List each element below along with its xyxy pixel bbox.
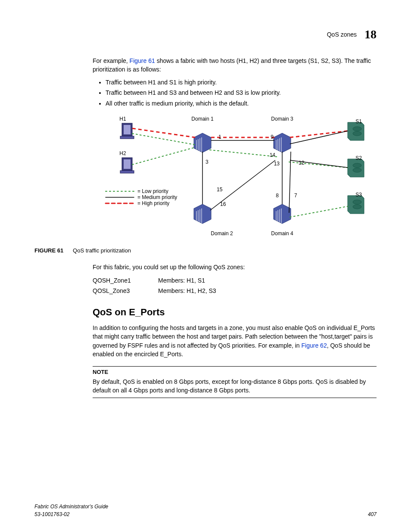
svg-text:= High priority: = High priority [137,200,169,206]
zone-name: QOSL_Zone3 [93,286,136,295]
svg-line-20 [132,128,195,137]
section-heading: QoS on E_Ports [93,305,377,319]
svg-text:H1: H1 [119,116,126,122]
svg-text:1: 1 [218,134,221,140]
page-number: 407 [368,511,377,518]
priority-list: Traffic between H1 and S1 is high priori… [106,78,377,108]
svg-text:9: 9 [271,134,274,140]
svg-text:S1: S1 [355,118,362,124]
svg-text:13: 13 [274,161,280,167]
divider-icon [93,366,377,367]
page-header: QoS zones 18 [34,26,377,44]
list-item: All other traffic is medium priority, wh… [106,99,377,108]
svg-line-23 [132,134,195,145]
svg-text:15: 15 [217,187,223,193]
figure-62-link[interactable]: Figure 62 [302,342,327,349]
svg-text:16: 16 [220,201,226,207]
zone-name: QOSH_Zone1 [93,276,136,285]
svg-line-32 [289,152,291,213]
svg-text:= Medium priority: = Medium priority [137,194,177,200]
svg-text:3: 3 [206,159,209,165]
footer-docnum: 53-1001763-02 [34,511,108,518]
section-title: QoS zones [327,30,357,39]
svg-text:= Low priority: = Low priority [137,188,168,194]
svg-text:Domain 4: Domain 4 [271,230,293,236]
table-row: QOSL_Zone3 Members: H1, H2, S3 [93,286,377,295]
eports-paragraph: In addition to configuring the hosts and… [93,324,377,358]
page-footer: Fabric OS Administrator's Guide 53-10017… [34,503,377,518]
figure-61-link[interactable]: Figure 61 [130,57,155,64]
qos-diagram: H1 H2 Domain 1 Domain 2 Domain 3 Domain … [93,114,368,239]
svg-text:Domain 3: Domain 3 [271,116,293,122]
note-label: NOTE [93,368,377,376]
list-item: Traffic between H1 and S1 is high priori… [106,78,377,87]
figure-title: QoS traffic prioritization [73,247,131,254]
svg-text:14: 14 [270,152,276,158]
divider-icon [93,398,377,398]
footer-title: Fabric OS Administrator's Guide [34,503,108,510]
svg-line-25 [210,150,278,157]
intro-prefix: For example, [93,57,130,64]
svg-line-24 [132,147,195,165]
note-text: By default, QoS is enabled on 8 Gbps por… [93,377,377,395]
svg-text:7: 7 [294,193,297,199]
svg-text:8: 8 [276,193,279,199]
svg-text:Domain 1: Domain 1 [191,116,214,122]
main-content: For example, Figure 61 shows a fabric wi… [93,56,377,241]
svg-text:12: 12 [299,160,305,166]
zone-members: Members: H1, H2, S3 [158,286,216,295]
figure-caption: FIGURE 61 QoS traffic prioritization [34,246,377,255]
svg-line-22 [290,131,348,137]
zone-members: Members: H1, S1 [158,276,205,285]
svg-text:Domain 2: Domain 2 [211,230,233,236]
zones-table: QOSH_Zone1 Members: H1, S1 QOSL_Zone3 Me… [93,276,377,296]
svg-line-27 [290,206,348,217]
svg-text:S3: S3 [355,192,362,198]
chapter-number: 18 [364,26,377,44]
list-item: Traffic between H1 and S3 and between H2… [106,88,377,97]
zones-intro: For this fabric, you could set up the fo… [93,263,377,271]
figure-61: H1 H2 Domain 1 Domain 2 Domain 3 Domain … [93,114,377,241]
figure-number: FIGURE 61 [34,247,63,254]
table-row: QOSH_Zone1 Members: H1, S1 [93,276,377,285]
svg-line-34 [290,131,348,144]
svg-text:H2: H2 [119,150,126,156]
svg-text:S2: S2 [355,155,362,161]
intro-paragraph: For example, Figure 61 shows a fabric wi… [93,56,377,74]
